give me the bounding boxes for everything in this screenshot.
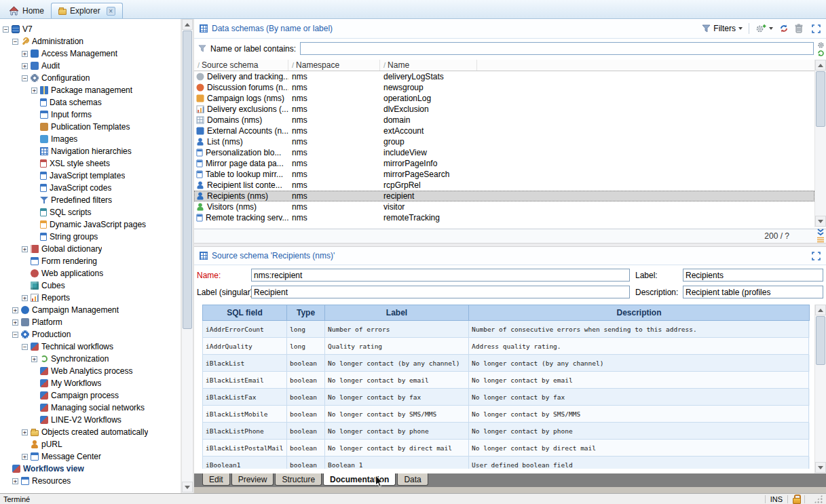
tree-expander-plus-icon[interactable]: +	[31, 356, 37, 362]
field-row-iblacklist[interactable]: iBlackListbooleanNo longer contact (by a…	[203, 355, 810, 372]
detail-scrollbar[interactable]	[814, 305, 826, 473]
tree-expander-plus-icon[interactable]: +	[31, 88, 37, 94]
column-header-source-schema[interactable]: /Source schema	[194, 60, 288, 71]
fullscreen-button[interactable]	[812, 24, 821, 33]
tree-item-web-applications[interactable]: Web applications	[0, 267, 181, 279]
tree-item-string-groups[interactable]: String groups	[0, 231, 181, 243]
tree-item-sql-scripts[interactable]: SQL scripts	[0, 206, 181, 218]
tree-item-javascript-templates[interactable]: JavaScript templates	[0, 170, 181, 182]
tree-item-campaign-process[interactable]: Campaign process	[0, 389, 181, 402]
tree-item-input-forms[interactable]: Input forms	[0, 109, 181, 121]
new-schema-button[interactable]	[755, 24, 773, 33]
tree-item-line-v2-workflows[interactable]: LINE-V2 Workflows	[0, 414, 181, 426]
tree-item-platform[interactable]: +Platform	[0, 316, 181, 328]
tab-structure[interactable]: Structure	[275, 473, 322, 486]
column-header-name[interactable]: /Name	[380, 60, 477, 71]
scroll-down-icon[interactable]	[815, 216, 826, 227]
tree-item-purl[interactable]: pURL	[0, 438, 181, 450]
tree-item-publication-templates[interactable]: Publication Templates	[0, 121, 181, 133]
tree-item-production[interactable]: −Production	[0, 328, 181, 341]
tree-item-web-analytics-process[interactable]: Web Analytics process	[0, 365, 181, 377]
schema-row-dlvexclusion[interactable]: Delivery exclusions (...nmsdlvExclusion	[194, 104, 814, 115]
tree-item-xsl-style-sheets[interactable]: XSL style sheets	[0, 157, 181, 170]
tree-expander-minus-icon[interactable]: −	[12, 39, 18, 45]
scrollbar-thumb[interactable]	[816, 316, 825, 365]
schema-row-group[interactable]: List (nms)nmsgroup	[194, 136, 814, 147]
schema-row-rcpgrprel[interactable]: Recipient list conte...nmsrcpGrpRel	[194, 180, 814, 191]
name-field[interactable]	[251, 269, 630, 282]
singular-label-field[interactable]	[251, 286, 630, 298]
tree-expander-plus-icon[interactable]: +	[12, 319, 18, 326]
description-field[interactable]	[683, 286, 823, 298]
delete-button[interactable]	[795, 24, 803, 33]
tree-item-audit[interactable]: +Audit	[0, 60, 181, 72]
tree-item-predefined-filters[interactable]: Predefined filters	[0, 194, 181, 206]
tree-expander-plus-icon[interactable]: +	[22, 246, 28, 252]
tree-item-message-center[interactable]: +Message Center	[0, 450, 181, 463]
scroll-down-icon[interactable]	[815, 462, 826, 473]
tree-item-synchronization[interactable]: +Synchronization	[0, 353, 181, 365]
tree-item-form-rendering[interactable]: Form rendering	[0, 255, 181, 267]
tab-home[interactable]: Home	[2, 3, 51, 18]
tab-preview[interactable]: Preview	[231, 473, 274, 486]
schema-row-domain[interactable]: Domains (nms)nmsdomain	[194, 115, 814, 125]
field-row-iaddrquality[interactable]: iAddrQualitylongQuality ratingAddress qu…	[203, 338, 810, 355]
tree-item-administration[interactable]: −Administration	[0, 35, 181, 47]
field-row-iblacklistphone[interactable]: iBlackListPhonebooleanNo longer contact …	[203, 423, 810, 440]
tree-item-managing-social-networks[interactable]: Managing social networks	[0, 402, 181, 414]
tab-explorer[interactable]: Explorer ×	[51, 3, 123, 18]
tree-item-images[interactable]: Images	[0, 133, 181, 145]
schema-row-recipient[interactable]: Recipients (nms)nmsrecipient	[194, 191, 814, 201]
scroll-down-icon[interactable]	[182, 482, 193, 492]
scroll-up-icon[interactable]	[815, 305, 826, 315]
tree-expander-minus-icon[interactable]: −	[22, 75, 28, 81]
tree-expander-minus-icon[interactable]: −	[22, 344, 28, 350]
schema-row-operationlog[interactable]: Campaign logs (nms)nmsoperationLog	[194, 93, 814, 104]
filters-button[interactable]: Filters	[702, 24, 743, 33]
column-header-namespace[interactable]: /Namespace	[288, 60, 380, 71]
tree-item-v7[interactable]: −V7	[0, 23, 181, 35]
field-row-iboolean1[interactable]: iBoolean1booleanBoolean 1User defined bo…	[203, 457, 810, 469]
list-menu-icon[interactable]	[815, 237, 825, 243]
tree-expander-plus-icon[interactable]: +	[22, 429, 28, 435]
scrollbar-thumb[interactable]	[816, 71, 825, 127]
scroll-up-icon[interactable]	[815, 60, 826, 71]
schema-row-deliverylogstats[interactable]: Delivery and tracking...nmsdeliveryLogSt…	[194, 71, 814, 82]
schema-row-mirrorpagesearch[interactable]: Table to lookup mirr...nmsmirrorPageSear…	[194, 169, 814, 180]
tree-item-workflows-view[interactable]: Workflows view	[0, 463, 181, 475]
load-more-icon[interactable]	[815, 229, 825, 236]
resize-grip[interactable]	[814, 495, 823, 503]
refresh-button[interactable]	[779, 24, 789, 33]
detail-fullscreen-button[interactable]	[812, 252, 821, 260]
tree-item-configuration[interactable]: −Configuration	[0, 72, 181, 84]
scroll-up-icon[interactable]	[182, 19, 193, 30]
field-row-iaddrerrorcount[interactable]: iAddrErrorCountlongNumber of errorsNumbe…	[203, 321, 810, 338]
schema-row-newsgroup[interactable]: Discussion forums (n...nmsnewsgroup	[194, 82, 814, 93]
tree-scrollbar[interactable]	[181, 19, 193, 493]
tree-item-technical-workflows[interactable]: −Technical workflows	[0, 341, 181, 353]
tree-item-access-management[interactable]: +Access Management	[0, 47, 181, 60]
tree-item-data-schemas[interactable]: Data schemas	[0, 96, 181, 109]
field-row-iblacklistemail[interactable]: iBlackListEmailbooleanNo longer contact …	[203, 372, 810, 389]
schema-row-mirrorpageinfo[interactable]: Mirror page data pa...nmsmirrorPageInfo	[194, 158, 814, 169]
field-row-iblacklistfax[interactable]: iBlackListFaxbooleanNo longer contact by…	[203, 389, 810, 406]
list-scrollbar[interactable]	[814, 60, 826, 227]
tree-item-navigation-hierarchies[interactable]: Navigation hierarchies	[0, 145, 181, 157]
tab-data[interactable]: Data	[397, 473, 428, 486]
schema-row-includeview[interactable]: Personalization blo...nmsincludeView	[194, 147, 814, 158]
tree-item-objects-created-automatically[interactable]: +Objects created automatically	[0, 426, 181, 438]
tree-item-reports[interactable]: +Reports	[0, 292, 181, 304]
tab-documentation[interactable]: Documentation	[323, 473, 396, 486]
schema-row-remotetracking[interactable]: Remote tracking serv...nmsremoteTracking	[194, 212, 814, 223]
tree-expander-plus-icon[interactable]: +	[22, 295, 28, 301]
tree-item-dynamic-javascript-pages[interactable]: Dynamic JavaScript pages	[0, 218, 181, 231]
field-row-iblacklistmobile[interactable]: iBlackListMobilebooleanNo longer contact…	[203, 406, 810, 423]
scrollbar-thumb[interactable]	[183, 31, 192, 329]
tree-item-global-dictionary[interactable]: +Global dictionary	[0, 243, 181, 255]
tree-item-my-workflows[interactable]: My Workflows	[0, 377, 181, 389]
schema-row-extaccount[interactable]: External Accounts (n...nmsextAccount	[194, 125, 814, 136]
tree-item-javascript-codes[interactable]: JavaScript codes	[0, 182, 181, 194]
tree-item-campaign-management[interactable]: +Campaign Management	[0, 304, 181, 316]
tree-expander-plus-icon[interactable]: +	[22, 454, 28, 460]
filter-input[interactable]	[300, 42, 814, 55]
